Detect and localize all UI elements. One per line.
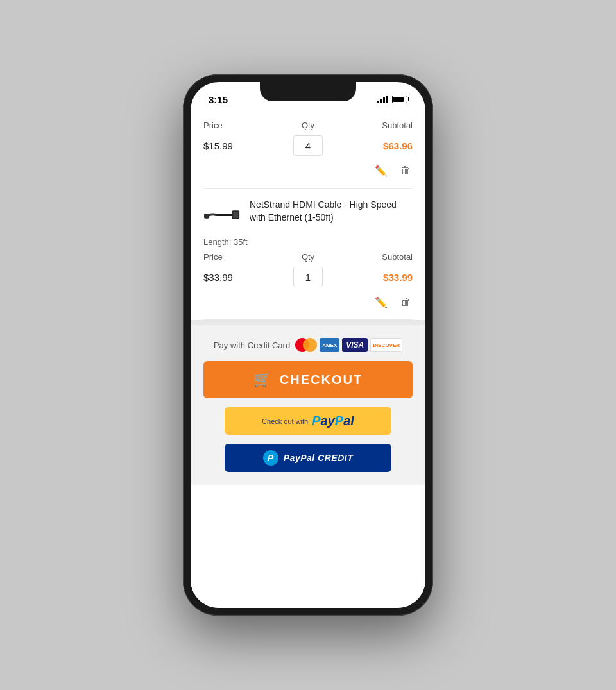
signal-icon	[377, 96, 388, 103]
item1-subtotal-header: Subtotal	[368, 121, 413, 130]
item1-qty-input[interactable]	[293, 135, 323, 156]
item2-image	[203, 199, 242, 231]
discover-badge: DISCOVER	[370, 338, 402, 352]
item1-header-row: Price Qty Subtotal	[203, 121, 413, 130]
credit-card-row: Pay with Credit Card AMEX VISA DISCOVER	[214, 338, 402, 352]
item1-delete-icon[interactable]: 🗑	[398, 164, 413, 178]
item2-length-value: 35ft	[234, 237, 248, 247]
phone-screen: 3:15 Price	[191, 82, 425, 608]
hdmi-cable-image	[204, 202, 241, 228]
cart-item-2-section: NetStrand HDMI Cable - High Speed with E…	[191, 189, 425, 320]
paypal-prefix: Check out with	[262, 417, 308, 425]
item1-edit-icon[interactable]: ✏️	[374, 164, 388, 178]
phone-notch	[260, 82, 356, 101]
item2-subtotal: $33.99	[368, 272, 413, 283]
item2-qty-header: Qty	[289, 252, 327, 262]
item1-qty-box	[289, 135, 327, 156]
paypal-credit-button[interactable]: P PayPal CREDIT	[225, 444, 392, 472]
cart-item-1-section: Price Qty Subtotal $15.99 $63.96 ✏️ 🗑	[191, 110, 425, 189]
card-badges: AMEX VISA DISCOVER	[295, 338, 402, 352]
item2-title: NetStrand HDMI Cable - High Speed with E…	[250, 199, 413, 224]
item2-price-header: Price	[203, 252, 248, 262]
item2-qty-input[interactable]	[293, 267, 323, 287]
cart-item-1: Price Qty Subtotal $15.99 $63.96 ✏️ 🗑	[203, 110, 413, 189]
status-time: 3:15	[209, 94, 228, 105]
item1-actions: ✏️ 🗑	[203, 161, 413, 178]
cart-content[interactable]: Price Qty Subtotal $15.99 $63.96 ✏️ 🗑	[191, 110, 425, 608]
item2-price: $33.99	[203, 272, 248, 283]
item2-length: Length: 35ft	[203, 237, 413, 247]
item2-values-row: $33.99 $33.99	[203, 267, 413, 287]
payment-section: Pay with Credit Card AMEX VISA DISCOVER	[191, 325, 425, 485]
checkout-button[interactable]: 🛒 CHECKOUT	[203, 361, 413, 398]
phone-frame: 3:15 Price	[183, 74, 433, 616]
cart-item-2: NetStrand HDMI Cable - High Speed with E…	[203, 189, 413, 320]
svg-rect-2	[204, 214, 209, 219]
paypal-checkout-button[interactable]: Check out with PayPal	[225, 407, 392, 435]
checkout-label: CHECKOUT	[280, 373, 363, 387]
section-divider	[191, 320, 425, 325]
amex-badge: AMEX	[320, 338, 339, 352]
paypal-credit-label: PayPal CREDIT	[284, 453, 353, 463]
paypal-credit-p-icon: P	[263, 450, 278, 466]
item1-price: $15.99	[203, 140, 248, 151]
item2-subtotal-header: Subtotal	[368, 252, 413, 262]
item1-subtotal: $63.96	[368, 140, 413, 151]
item2-edit-icon[interactable]: ✏️	[374, 295, 388, 309]
item2-header: NetStrand HDMI Cable - High Speed with E…	[203, 199, 413, 231]
svg-rect-1	[233, 212, 238, 218]
item2-actions: ✏️ 🗑	[203, 292, 413, 309]
item2-header-row: Price Qty Subtotal	[203, 252, 413, 262]
battery-icon	[392, 96, 407, 103]
item1-values-row: $15.99 $63.96	[203, 135, 413, 156]
item2-qty-box	[289, 267, 327, 287]
item2-delete-icon[interactable]: 🗑	[398, 295, 413, 309]
status-icons	[377, 96, 407, 103]
cart-icon: 🛒	[253, 371, 272, 388]
credit-card-label: Pay with Credit Card	[214, 341, 290, 350]
visa-badge: VISA	[342, 338, 368, 352]
item2-length-label: Length:	[203, 237, 231, 247]
mastercard-badge	[295, 338, 317, 352]
item1-qty-header: Qty	[289, 121, 327, 130]
item1-price-header: Price	[203, 121, 248, 130]
paypal-logo: PayPal	[312, 414, 354, 428]
